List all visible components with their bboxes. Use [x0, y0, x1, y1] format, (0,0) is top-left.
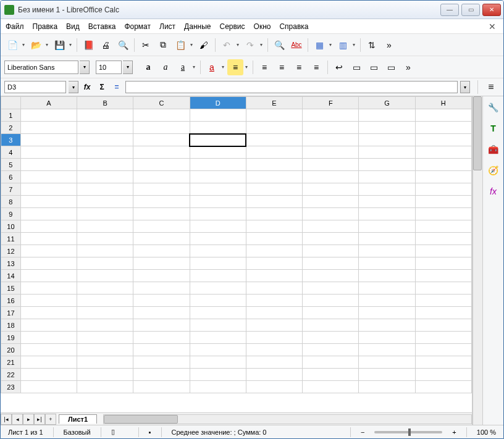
undo-icon[interactable]: ↶ — [219, 37, 235, 53]
col-header-D[interactable]: D — [190, 97, 246, 109]
cell-B16[interactable] — [77, 295, 133, 307]
cell-G23[interactable] — [359, 381, 415, 393]
cell-B11[interactable] — [77, 233, 133, 245]
font-color-icon[interactable]: a — [204, 59, 220, 75]
cell-D13[interactable] — [190, 257, 246, 270]
cell-H19[interactable] — [415, 332, 471, 344]
cell-D14[interactable] — [190, 270, 246, 282]
menu-window[interactable]: Окно — [254, 22, 271, 31]
row-header-22[interactable]: 22 — [1, 369, 21, 381]
status-insert-mode[interactable]: ▯ — [107, 428, 132, 436]
cell-G1[interactable] — [359, 109, 415, 122]
zoom-slider[interactable] — [374, 431, 442, 433]
cell-A13[interactable] — [20, 257, 77, 270]
name-box-dropdown[interactable]: ▾ — [69, 81, 78, 93]
cell-E23[interactable] — [246, 381, 302, 393]
row-header-17[interactable]: 17 — [1, 307, 21, 319]
cell-E14[interactable] — [246, 270, 302, 282]
cell-G22[interactable] — [359, 369, 415, 381]
cell-G11[interactable] — [359, 233, 415, 245]
cell-A6[interactable] — [20, 171, 77, 183]
cell-H23[interactable] — [415, 381, 471, 393]
formula-input[interactable] — [125, 81, 458, 93]
row-header-7[interactable]: 7 — [1, 183, 21, 196]
cell-C9[interactable] — [133, 208, 190, 220]
cell-C23[interactable] — [133, 381, 190, 393]
cell-D16[interactable] — [190, 295, 246, 307]
cell-F23[interactable] — [303, 381, 359, 393]
cell-G12[interactable] — [359, 245, 415, 257]
cell-A4[interactable] — [20, 146, 77, 159]
unmerge-icon[interactable]: ▭ — [383, 59, 399, 75]
cell-B9[interactable] — [77, 208, 133, 220]
cell-B7[interactable] — [77, 183, 133, 196]
row-header-23[interactable]: 23 — [1, 381, 21, 393]
cell-F15[interactable] — [303, 282, 359, 295]
cell-A10[interactable] — [20, 220, 77, 233]
cell-D6[interactable] — [190, 171, 246, 183]
sidebar-functions-icon[interactable]: fx — [486, 184, 501, 199]
cell-H4[interactable] — [415, 146, 471, 159]
col-header-F[interactable]: F — [303, 97, 359, 109]
cell-E1[interactable] — [246, 109, 302, 122]
merge-center-icon[interactable]: ▭ — [366, 59, 382, 75]
cell-F9[interactable] — [303, 208, 359, 220]
cell-D1[interactable] — [190, 109, 246, 122]
cell-B14[interactable] — [77, 270, 133, 282]
new-doc-icon[interactable]: 📄 — [4, 37, 20, 53]
cell-B23[interactable] — [77, 381, 133, 393]
cell-A15[interactable] — [20, 282, 77, 295]
cell-F19[interactable] — [303, 332, 359, 344]
cell-F8[interactable] — [303, 196, 359, 208]
cell-E9[interactable] — [246, 208, 302, 220]
cell-H17[interactable] — [415, 307, 471, 319]
font-name-input[interactable]: Liberation Sans — [4, 61, 78, 74]
spellcheck-icon[interactable]: Abc — [288, 37, 304, 53]
cell-E19[interactable] — [246, 332, 302, 344]
cell-A8[interactable] — [20, 196, 77, 208]
cell-E22[interactable] — [246, 369, 302, 381]
name-box[interactable]: D3 — [4, 81, 66, 93]
export-pdf-icon[interactable]: 📕 — [80, 37, 96, 53]
cell-G18[interactable] — [359, 319, 415, 332]
align-left-icon[interactable]: ≡ — [256, 59, 272, 75]
cell-H15[interactable] — [415, 282, 471, 295]
col-header-G[interactable]: G — [359, 97, 415, 109]
cell-D18[interactable] — [190, 319, 246, 332]
menu-file[interactable]: Файл — [6, 22, 24, 31]
sidebar-styles-icon[interactable]: T — [486, 121, 501, 136]
row-header-20[interactable]: 20 — [1, 344, 21, 356]
menu-view[interactable]: Вид — [66, 22, 80, 31]
cell-A9[interactable] — [20, 208, 77, 220]
align-center-icon[interactable]: ≡ — [274, 59, 290, 75]
cell-H12[interactable] — [415, 245, 471, 257]
status-selection-mode[interactable]: ▪ — [145, 429, 155, 436]
sidebar-navigator-icon[interactable]: 🧭 — [486, 163, 501, 178]
col-icon[interactable]: ▥ — [335, 37, 351, 53]
cell-H5[interactable] — [415, 159, 471, 171]
cell-G7[interactable] — [359, 183, 415, 196]
cell-B22[interactable] — [77, 369, 133, 381]
align-right-icon[interactable]: ≡ — [291, 59, 307, 75]
cell-H1[interactable] — [415, 109, 471, 122]
cell-G21[interactable] — [359, 356, 415, 369]
zoom-value[interactable]: 100 % — [473, 429, 500, 436]
cell-F22[interactable] — [303, 369, 359, 381]
cell-G16[interactable] — [359, 295, 415, 307]
sidebar-properties-icon[interactable]: 🔧 — [486, 100, 501, 115]
cell-F3[interactable] — [303, 134, 359, 146]
zoom-in-button[interactable]: + — [448, 429, 460, 436]
cell-G13[interactable] — [359, 257, 415, 270]
formula-input-dropdown[interactable]: ▾ — [460, 81, 470, 93]
cell-D11[interactable] — [190, 233, 246, 245]
cell-D21[interactable] — [190, 356, 246, 369]
row-header-5[interactable]: 5 — [1, 159, 21, 171]
cell-G17[interactable] — [359, 307, 415, 319]
row-header-8[interactable]: 8 — [1, 196, 21, 208]
select-all-corner[interactable] — [1, 97, 21, 109]
sidebar-gallery-icon[interactable]: 🧰 — [486, 142, 501, 157]
cell-D22[interactable] — [190, 369, 246, 381]
cell-C19[interactable] — [133, 332, 190, 344]
merge-cells-icon[interactable]: ▭ — [348, 59, 364, 75]
cell-H14[interactable] — [415, 270, 471, 282]
